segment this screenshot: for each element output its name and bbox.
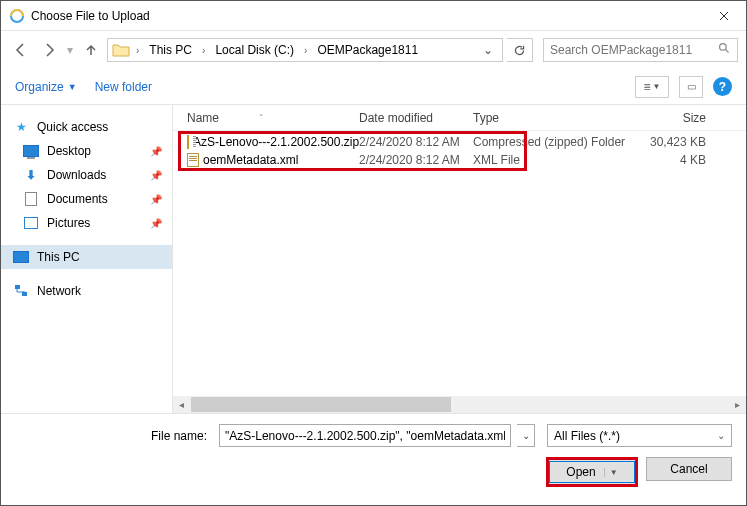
file-name: AzS-Lenovo---2.1.2002.500.zip [193, 135, 359, 149]
organize-button[interactable]: Organize ▼ [15, 80, 77, 94]
star-icon: ★ [13, 119, 29, 135]
sidebar-item-label: This PC [37, 250, 80, 264]
up-button[interactable] [79, 38, 103, 62]
sidebar-item-thispc[interactable]: This PC [1, 245, 172, 269]
breadcrumb-folder[interactable]: OEMPackage1811 [313, 41, 422, 59]
pin-icon: 📌 [150, 146, 162, 157]
network-icon [13, 283, 29, 299]
sidebar-item-label: Network [37, 284, 81, 298]
file-filter[interactable]: All Files (*.*) ⌄ [547, 424, 732, 447]
scroll-left-icon[interactable]: ◂ [173, 396, 190, 413]
open-button[interactable]: Open▼ [546, 457, 638, 487]
sidebar-item-label: Documents [47, 192, 108, 206]
preview-pane-button[interactable]: ▭ [679, 76, 703, 98]
chevron-down-icon: ⌄ [717, 430, 725, 441]
new-folder-button[interactable]: New folder [95, 80, 152, 94]
pictures-icon [23, 215, 39, 231]
filename-dropdown[interactable]: ⌄ [517, 424, 535, 447]
sidebar-item-label: Pictures [47, 216, 90, 230]
column-size[interactable]: Size [629, 111, 746, 125]
help-button[interactable]: ? [713, 77, 732, 96]
svg-point-1 [720, 44, 727, 51]
svg-rect-3 [22, 292, 27, 296]
file-size: 4 KB [629, 153, 746, 167]
toolbar: Organize ▼ New folder ≡▼ ▭ ? [1, 69, 746, 105]
sidebar-item-documents[interactable]: Documents 📌 [1, 187, 172, 211]
sidebar-item-network[interactable]: Network [1, 279, 172, 303]
xml-icon [187, 153, 199, 167]
column-date[interactable]: Date modified [359, 111, 473, 125]
file-pane: Name˄ Date modified Type Size AzS-Lenovo… [173, 105, 746, 413]
desktop-icon [23, 143, 39, 159]
sidebar-item-desktop[interactable]: Desktop 📌 [1, 139, 172, 163]
chevron-right-icon[interactable]: › [134, 45, 141, 56]
sidebar-item-downloads[interactable]: ⬇ Downloads 📌 [1, 163, 172, 187]
forward-button[interactable] [37, 38, 61, 62]
back-button[interactable] [9, 38, 33, 62]
sidebar-item-label: Quick access [37, 120, 108, 134]
chevron-right-icon[interactable]: › [302, 45, 309, 56]
sidebar-item-pictures[interactable]: Pictures 📌 [1, 211, 172, 235]
column-type[interactable]: Type [473, 111, 629, 125]
documents-icon [23, 191, 39, 207]
file-name: oemMetadata.xml [203, 153, 298, 167]
refresh-button[interactable] [507, 38, 533, 62]
sidebar-item-label: Downloads [47, 168, 106, 182]
pin-icon: 📌 [150, 218, 162, 229]
window-title: Choose File to Upload [31, 9, 701, 23]
title-bar: Choose File to Upload [1, 1, 746, 31]
pc-icon [13, 249, 29, 265]
pin-icon: 📌 [150, 170, 162, 181]
filename-input[interactable] [219, 424, 511, 447]
file-date: 2/24/2020 8:12 AM [359, 135, 473, 149]
file-row[interactable]: oemMetadata.xml 2/24/2020 8:12 AM XML Fi… [173, 151, 746, 169]
footer: File name: ⌄ All Files (*.*) ⌄ Open▼ Can… [1, 413, 746, 499]
breadcrumb-disk[interactable]: Local Disk (C:) [211, 41, 298, 59]
sidebar: ★ Quick access Desktop 📌 ⬇ Downloads 📌 D… [1, 105, 173, 413]
search-box[interactable] [543, 38, 738, 62]
cancel-button[interactable]: Cancel [646, 457, 732, 481]
sidebar-item-quick-access[interactable]: ★ Quick access [1, 115, 172, 139]
column-headers: Name˄ Date modified Type Size [173, 105, 746, 131]
file-type: XML File [473, 153, 629, 167]
sort-indicator-icon: ˄ [259, 113, 264, 123]
zip-icon [187, 135, 189, 149]
search-icon [718, 42, 731, 58]
file-type: Compressed (zipped) Folder [473, 135, 629, 149]
sidebar-item-label: Desktop [47, 144, 91, 158]
file-date: 2/24/2020 8:12 AM [359, 153, 473, 167]
ie-icon [9, 8, 25, 24]
chevron-right-icon[interactable]: › [200, 45, 207, 56]
downloads-icon: ⬇ [23, 167, 39, 183]
recent-dropdown[interactable]: ▾ [67, 43, 73, 57]
file-row[interactable]: AzS-Lenovo---2.1.2002.500.zip 2/24/2020 … [173, 133, 746, 151]
horizontal-scrollbar[interactable]: ◂ ▸ [173, 396, 746, 413]
scroll-right-icon[interactable]: ▸ [729, 396, 746, 413]
close-button[interactable] [701, 1, 746, 31]
chevron-down-icon: ▼ [68, 82, 77, 92]
scroll-thumb[interactable] [191, 397, 451, 412]
file-list: AzS-Lenovo---2.1.2002.500.zip 2/24/2020 … [173, 131, 746, 169]
address-dropdown[interactable]: ⌄ [478, 43, 498, 57]
folder-icon [112, 42, 130, 58]
pin-icon: 📌 [150, 194, 162, 205]
filename-label: File name: [15, 429, 213, 443]
column-name[interactable]: Name˄ [173, 111, 359, 125]
search-input[interactable] [550, 43, 718, 57]
file-size: 30,423 KB [629, 135, 746, 149]
svg-rect-2 [15, 285, 20, 289]
open-split-icon[interactable]: ▼ [604, 468, 618, 477]
breadcrumb-thispc[interactable]: This PC [145, 41, 196, 59]
view-button[interactable]: ≡▼ [635, 76, 669, 98]
nav-bar: ▾ › This PC › Local Disk (C:) › OEMPacka… [1, 31, 746, 69]
address-bar[interactable]: › This PC › Local Disk (C:) › OEMPackage… [107, 38, 503, 62]
organize-label: Organize [15, 80, 64, 94]
open-label: Open [566, 465, 595, 479]
filter-label: All Files (*.*) [554, 429, 620, 443]
